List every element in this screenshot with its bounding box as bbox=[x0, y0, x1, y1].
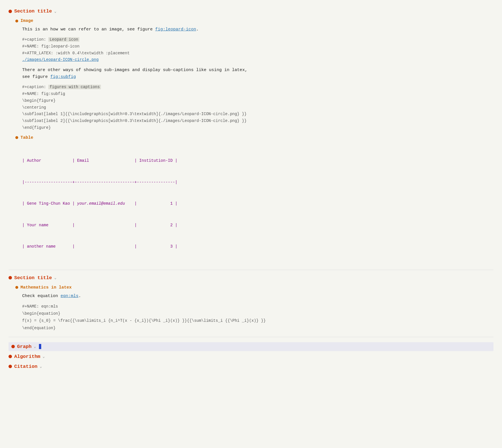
code-line-subfloat1: \subfloat[label 1]{{\includegraphics[wid… bbox=[22, 111, 493, 118]
section-header-1: Section title ⌄ bbox=[9, 9, 493, 14]
fig-subfig-link[interactable]: fig:subfig bbox=[50, 74, 76, 79]
math-line-formula: f(x) = {s_0} = \frac{{\sum\limits_i {n_i… bbox=[22, 317, 493, 324]
bullet-orange-table bbox=[15, 136, 18, 139]
bullet-icon-2 bbox=[9, 276, 12, 279]
code-line-attr1: #+ATTR_LATEX: :width 0.4\textwidth :plac… bbox=[22, 50, 493, 57]
bullet-orange-image bbox=[15, 20, 18, 22]
image-file-link[interactable]: ./images/Leopard-ICON-circle.png bbox=[22, 57, 493, 63]
code-line-name2: #+NAME: fig:subfig bbox=[22, 91, 493, 98]
eqn-mls-link[interactable]: eqn:mls bbox=[61, 294, 78, 298]
section-citation-wrapper: Citation ⌄ bbox=[9, 364, 493, 369]
image-code-2: #+caption: figures with captions #+NAME:… bbox=[22, 84, 493, 131]
cell-name3: another name bbox=[27, 244, 70, 249]
code-line-subfloat2: \subfloat[label 2]{{\includegraphics[wid… bbox=[22, 118, 493, 125]
caption-value-1: Leopard icon bbox=[48, 37, 79, 42]
image-code-1: #+caption: Leopard icon #+NAME: fig:leop… bbox=[22, 36, 493, 63]
table-row: | Your name | | 2 | bbox=[22, 222, 493, 229]
cell-email1: your.email@email.edu bbox=[77, 201, 132, 206]
table-row: | Author | Email | Institution-ID | bbox=[22, 157, 493, 164]
chevron-down-icon-algorithm[interactable]: ⌄ bbox=[43, 354, 45, 359]
chevron-down-icon-citation[interactable]: ⌄ bbox=[40, 364, 42, 369]
cell-name2: Your name bbox=[27, 223, 70, 227]
math-line-begin: \begin{equation} bbox=[22, 310, 493, 317]
subsection-title-image[interactable]: Image bbox=[20, 18, 33, 23]
bullet-icon-algorithm bbox=[9, 355, 12, 358]
section-header-2: Section title ⌄ bbox=[9, 275, 493, 281]
math-line-name: #+NAME: eqn:mls bbox=[22, 303, 493, 310]
section-title-algorithm[interactable]: Algorithm bbox=[14, 354, 40, 359]
col-email: Email bbox=[77, 158, 132, 163]
subsection-header-math: Mathematics in latex bbox=[15, 285, 493, 290]
col-institution: Institution-ID bbox=[139, 158, 173, 163]
section-title-citation[interactable]: Citation bbox=[14, 364, 38, 369]
math-text-1: Check equation eqn:mls. bbox=[22, 293, 493, 300]
chevron-down-icon-graph[interactable]: ⌄ bbox=[34, 344, 36, 349]
math-content: Check equation eqn:mls. #+NAME: eqn:mls … bbox=[22, 293, 493, 332]
table-separator: |--------------------+------------------… bbox=[22, 179, 493, 186]
section-title-graph[interactable]: Graph bbox=[17, 344, 32, 349]
image-content: This is an how we can refer to an image,… bbox=[22, 26, 493, 131]
table-row: | Gene Ting-Chun Kao | your.email@email.… bbox=[22, 200, 493, 207]
section-divider-1 bbox=[9, 270, 493, 270]
section-title-2[interactable]: Section title bbox=[14, 275, 52, 281]
code-line-caption2: #+caption: figures with captions bbox=[22, 84, 493, 91]
code-line-caption1: #+caption: Leopard icon bbox=[22, 36, 493, 43]
bullet-icon-graph bbox=[11, 345, 15, 348]
code-line-centering: \centering bbox=[22, 104, 493, 111]
section-2: Section title ⌄ Mathematics in latex Che… bbox=[9, 275, 493, 332]
code-line-begin-figure: \begin{figure} bbox=[22, 98, 493, 104]
subsection-title-table[interactable]: Table bbox=[20, 135, 33, 140]
chevron-down-icon-1[interactable]: ⌄ bbox=[54, 9, 57, 14]
cell-name1: Gene Ting-Chun Kao bbox=[27, 201, 70, 206]
chevron-down-icon-2[interactable]: ⌄ bbox=[54, 275, 57, 280]
table-content: | Author | Email | Institution-ID | |---… bbox=[22, 143, 493, 265]
subsection-title-math[interactable]: Mathematics in latex bbox=[20, 285, 72, 290]
section-title-1[interactable]: Section title bbox=[14, 9, 52, 14]
image-text-1: This is an how we can refer to an image,… bbox=[22, 26, 493, 33]
cursor-caret bbox=[39, 344, 41, 349]
caption-value-2: figures with captions bbox=[48, 85, 101, 89]
subsection-image: Image This is an how we can refer to an … bbox=[9, 18, 493, 131]
section-algorithm-wrapper: Algorithm ⌄ bbox=[9, 354, 493, 359]
fig-leopard-icon-link[interactable]: fig:leopard-icon bbox=[155, 27, 196, 32]
col-author: Author bbox=[27, 158, 70, 163]
subsection-table: Table | Author | Email | Institution-ID … bbox=[9, 135, 493, 265]
bullet-orange-math bbox=[15, 286, 18, 289]
image-text-2: There are other ways of showing sub-imag… bbox=[22, 67, 493, 80]
section-1: Section title ⌄ Image This is an how we … bbox=[9, 9, 493, 265]
code-line-end-figure: \end{figure} bbox=[22, 125, 493, 131]
org-table: | Author | Email | Institution-ID | |---… bbox=[22, 143, 493, 265]
subsection-header-table: Table bbox=[15, 135, 493, 140]
subsection-mathematics: Mathematics in latex Check equation eqn:… bbox=[9, 285, 493, 332]
bullet-icon-citation bbox=[9, 365, 12, 368]
section-graph[interactable]: Graph ⌄ bbox=[9, 342, 493, 351]
table-row: | another name | | 3 | bbox=[22, 243, 493, 250]
code-line-name1: #+NAME: fig:leopard-icon bbox=[22, 43, 493, 50]
bullet-icon-1 bbox=[9, 10, 12, 13]
section-header-algorithm: Algorithm ⌄ bbox=[9, 354, 493, 359]
subsection-header-image: Image bbox=[15, 18, 493, 23]
math-line-end: \end{equation} bbox=[22, 325, 493, 332]
section-divider-2 bbox=[9, 337, 493, 337]
section-header-citation: Citation ⌄ bbox=[9, 364, 493, 369]
math-code-block: #+NAME: eqn:mls \begin{equation} f(x) = … bbox=[22, 303, 493, 332]
